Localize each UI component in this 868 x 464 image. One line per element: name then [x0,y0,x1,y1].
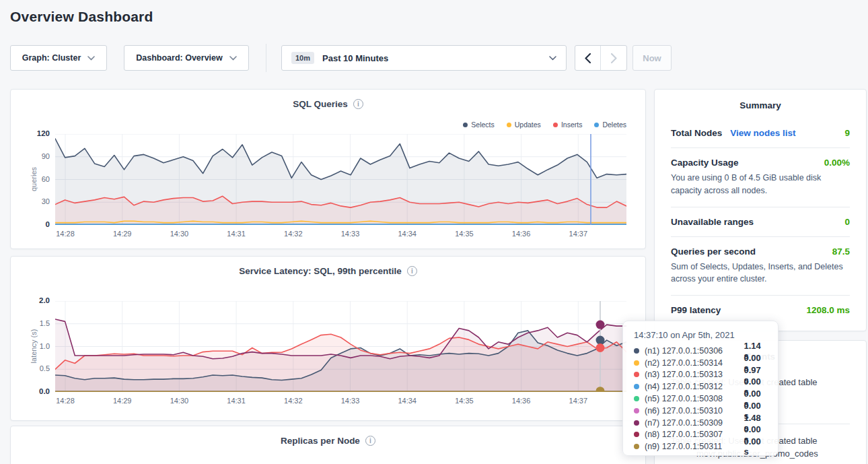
x-axis-tick-label: 14:32 [277,397,310,405]
chart-title: Service Latency: SQL, 99th percentile [239,266,402,276]
legend-color-dot [553,123,558,127]
x-axis-tick-label: 14:29 [106,397,139,405]
chevron-down-icon [549,56,556,61]
y-axis-tick-label: 90 [24,152,50,160]
x-axis-tick-label: 14:35 [447,397,481,405]
replicas-per-node-chart-panel: Replicas per Node i [10,426,646,464]
legend-label: Updates [515,121,541,129]
capacity-usage-row: Capacity Usage 0.00% [671,158,850,168]
x-axis-tick-label: 14:31 [219,397,253,405]
queries-per-second-value: 87.5 [832,246,850,257]
node-address: (n9) 127.0.0.1:50311 [645,442,738,451]
now-button[interactable]: Now [632,45,672,71]
dashboard-selector-label: Dashboard: Overview [136,53,223,63]
info-icon[interactable]: i [407,266,417,276]
dashboard-selector-dropdown[interactable]: Dashboard: Overview [124,45,249,71]
capacity-usage-value: 0.00% [824,158,850,168]
legend-label: Selects [471,121,494,129]
y-axis-tick-label: 0.0 [24,387,50,395]
node-address: (n6) 127.0.0.1:50310 [645,406,738,416]
x-axis-tick-label: 14:36 [505,397,538,405]
y-axis-tick-label: 120 [24,129,50,137]
summary-title: Summary [671,100,850,110]
chart-plot-area[interactable]: 14:2814:2914:3014:3114:3214:3314:3414:35… [55,134,626,225]
chart-legend: SelectsUpdatesInsertsDeletes [463,121,626,129]
capacity-usage-label: Capacity Usage [671,158,739,168]
x-axis-tick-label: 14:29 [106,230,139,238]
node-address: (n3) 127.0.0.1:50313 [645,370,738,379]
total-nodes-label: Total Nodes [671,128,722,138]
node-color-dot [634,444,639,449]
time-window-badge: 10m [291,52,314,64]
y-axis-tick-label: 0 [24,220,50,228]
p99-latency-row: P99 latency 1208.0 ms [671,305,850,315]
x-axis-tick-label: 14:28 [48,230,82,238]
node-color-dot [634,396,639,401]
chart-plot-area[interactable]: 14:2814:2914:3014:3114:3214:3314:3414:35… [55,301,626,392]
page-title: Overview Dashboard [10,9,153,25]
divider [671,147,850,148]
unavailable-ranges-label: Unavailable ranges [671,217,754,227]
node-address: (n8) 127.0.0.1:50307 [645,430,738,439]
legend-item-updates[interactable]: Updates [507,121,541,129]
node-color-dot [634,348,639,354]
previous-range-button[interactable] [575,46,601,70]
summary-panel: Summary Total Nodes View nodes list 9 Ca… [654,89,867,331]
info-icon[interactable]: i [365,436,375,446]
node-color-dot [634,420,639,426]
node-color-dot [634,372,639,377]
chevron-down-icon [87,56,95,61]
unavailable-ranges-row: Unavailable ranges 0 [671,217,850,227]
y-axis-tick-label: 60 [24,175,50,183]
x-axis-tick-label: 14:37 [561,230,595,238]
info-icon[interactable]: i [353,99,363,109]
x-axis-tick-label: 14:37 [561,397,595,405]
x-axis-tick-label: 14:28 [48,397,82,405]
node-address: (n4) 127.0.0.1:50312 [645,382,738,391]
p99-latency-value: 1208.0 ms [806,305,850,315]
graph-selector-dropdown[interactable]: Graph: Cluster [10,45,107,71]
toolbar-divider [266,44,266,72]
legend-label: Inserts [561,121,583,129]
chart-title: SQL Queries [293,99,348,109]
graph-selector-label: Graph: Cluster [22,53,81,63]
x-axis-tick-label: 14:30 [162,397,196,405]
x-axis-tick-label: 14:34 [390,397,424,405]
queries-per-second-row: Queries per second 87.5 [671,246,850,257]
legend-color-dot [594,123,599,127]
view-nodes-list-link[interactable]: View nodes list [730,128,795,138]
node-color-dot [634,384,639,389]
legend-item-selects[interactable]: Selects [463,121,494,129]
x-axis-tick-label: 14:30 [162,230,196,238]
chart-header: SQL Queries i [11,99,645,109]
legend-item-deletes[interactable]: Deletes [594,121,626,129]
legend-label: Deletes [602,121,626,129]
node-latency-value: 0.00 s [744,436,767,457]
p99-latency-label: P99 latency [671,305,721,315]
x-axis-tick-label: 14:33 [334,397,367,405]
node-color-dot [634,408,639,413]
next-range-button[interactable] [601,46,626,70]
node-color-dot [634,432,639,437]
y-axis-tick-label: 2.0 [24,296,50,304]
divider [671,236,850,237]
queries-per-second-label: Queries per second [671,246,756,257]
legend-item-inserts[interactable]: Inserts [553,121,583,129]
unavailable-ranges-value: 0 [844,217,850,227]
tooltip-rows: (n1) 127.0.0.1:503061.14 s(n2) 127.0.0.1… [634,345,767,453]
chart-header: Replicas per Node i [11,436,645,446]
time-range-nav [575,45,627,71]
divider [671,207,850,207]
chart-title: Replicas per Node [281,436,360,446]
total-nodes-row: Total Nodes View nodes list 9 [671,128,850,138]
tooltip-timestamp: 14:37:10 on Apr 5th, 2021 [634,330,767,340]
y-axis-tick-label: 1.5 [24,319,50,327]
y-axis-tick-label: 30 [24,197,50,205]
y-axis-tick-label: 0.5 [24,364,50,372]
node-address: (n2) 127.0.0.1:50314 [645,358,738,368]
x-axis-tick-label: 14:31 [219,230,253,238]
node-address: (n7) 127.0.0.1:50309 [645,418,738,428]
queries-per-second-description: Sum of Selects, Updates, Inserts, and De… [671,261,850,286]
chevron-down-icon [229,56,237,61]
time-range-picker[interactable]: 10m Past 10 Minutes [281,45,567,71]
